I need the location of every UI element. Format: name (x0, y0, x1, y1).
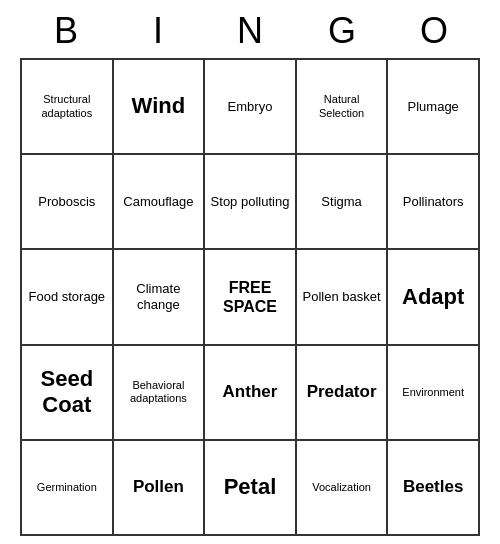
letter-o: O (394, 10, 474, 52)
bingo-cell: Beetles (387, 440, 479, 535)
bingo-cell: Structural adaptatios (21, 59, 113, 154)
bingo-cell: Seed Coat (21, 345, 113, 440)
letter-g: G (302, 10, 382, 52)
bingo-cell: Camouflage (113, 154, 205, 249)
bingo-cell: Germination (21, 440, 113, 535)
bingo-cell: Stigma (296, 154, 388, 249)
bingo-cell: Pollen (113, 440, 205, 535)
bingo-cell: Vocalization (296, 440, 388, 535)
bingo-cell: Natural Selection (296, 59, 388, 154)
bingo-cell: Petal (204, 440, 296, 535)
bingo-grid: Structural adaptatiosWindEmbryoNatural S… (20, 58, 480, 536)
bingo-cell: Predator (296, 345, 388, 440)
bingo-cell: Stop polluting (204, 154, 296, 249)
letter-b: B (26, 10, 106, 52)
bingo-cell: Proboscis (21, 154, 113, 249)
bingo-cell: Climate change (113, 249, 205, 344)
letter-n: N (210, 10, 290, 52)
bingo-cell: Food storage (21, 249, 113, 344)
bingo-cell: Pollen basket (296, 249, 388, 344)
bingo-cell: Adapt (387, 249, 479, 344)
bingo-cell: Anther (204, 345, 296, 440)
bingo-title: B I N G O (20, 0, 480, 58)
bingo-cell: Plumage (387, 59, 479, 154)
bingo-cell: Behavioral adaptations (113, 345, 205, 440)
bingo-cell: Embryo (204, 59, 296, 154)
bingo-cell: FREE SPACE (204, 249, 296, 344)
bingo-cell: Pollinators (387, 154, 479, 249)
bingo-cell: Wind (113, 59, 205, 154)
letter-i: I (118, 10, 198, 52)
bingo-cell: Environment (387, 345, 479, 440)
